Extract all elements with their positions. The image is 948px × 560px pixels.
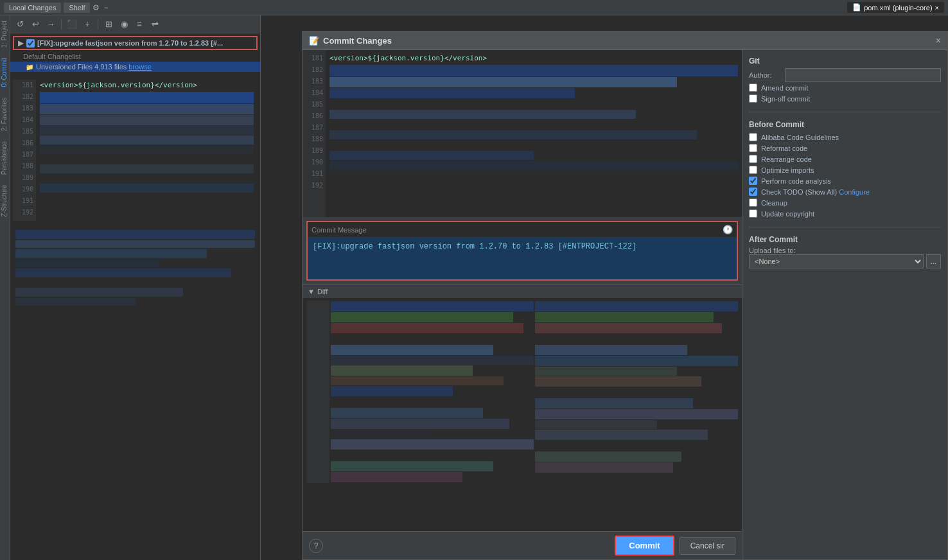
commit-message-title: Commit Message xyxy=(312,226,723,234)
git-section: Git Author: Amend commit Sign-off commit xyxy=(749,57,941,104)
file-icon-small: 📁 xyxy=(26,64,33,71)
left-panel: ↺ ↩ → ⬛ + ⊞ ◉ ≡ ⇌ ▶ [FIX]:upgrade fastjs… xyxy=(10,15,261,560)
optimize-checkbox[interactable] xyxy=(749,166,757,174)
amend-checkbox[interactable] xyxy=(749,83,757,92)
sep1 xyxy=(61,19,62,30)
update-copyright-checkbox[interactable] xyxy=(749,209,757,218)
divider-1 xyxy=(749,112,941,112)
author-field: Author: xyxy=(749,68,941,82)
help-btn[interactable]: ? xyxy=(309,539,323,553)
dialog-body: 181182183184 185186187188 189190191192 <… xyxy=(303,50,947,559)
bottom-bar: ? Commit Cancel sir xyxy=(303,531,742,559)
cancel-button[interactable]: Cancel sir xyxy=(680,537,735,555)
favorites-tab[interactable]: 2: Favorites xyxy=(0,92,10,136)
diff-content xyxy=(303,298,742,531)
dialog-icon: 📝 xyxy=(309,36,319,46)
rearrange-checkbox[interactable] xyxy=(749,155,757,163)
update-copyright-label[interactable]: Update copyright xyxy=(761,210,814,218)
check-todo-row: Check TODO (Show All) Configure xyxy=(749,186,941,197)
cleanup-label[interactable]: Cleanup xyxy=(761,199,787,207)
update-copyright-row: Update copyright xyxy=(749,208,941,219)
square-btn[interactable]: ⬛ xyxy=(65,17,79,31)
before-commit-section: Before Commit Alibaba Code Guidelines Re… xyxy=(749,120,941,219)
blurred-preview-2 xyxy=(10,226,260,310)
code-preview: 181182183184 185186187188 189190191192 <… xyxy=(10,80,260,221)
check-todo-checkbox[interactable] xyxy=(749,188,757,196)
diff-header[interactable]: ▼ Diff xyxy=(303,284,742,298)
file-tree: ▶ [FIX]:upgrade fastjson version from 1.… xyxy=(10,33,260,560)
history-icon[interactable]: 🕐 xyxy=(723,225,733,234)
author-input[interactable] xyxy=(785,68,941,82)
after-commit-section: After Commit Upload files to: <None> ... xyxy=(749,235,941,268)
browse-link[interactable]: browse xyxy=(128,63,151,71)
top-bar: Local Changes Shelf ⚙ − 📄 pom.xml (plugi… xyxy=(0,0,948,15)
local-changes-tab[interactable]: Local Changes xyxy=(4,3,61,13)
perform-analysis-checkbox[interactable] xyxy=(749,177,757,185)
reformat-checkbox[interactable] xyxy=(749,144,757,152)
optimize-label[interactable]: Optimize imports xyxy=(761,166,814,174)
main-layout: 1: Project 0: Commit 2: Favorites Persis… xyxy=(0,15,948,560)
diff-section: ▼ Diff xyxy=(303,284,742,531)
cleanup-row: Cleanup xyxy=(749,197,941,208)
z-structure-tab[interactable]: Z-Structure xyxy=(0,180,10,222)
side-vertical-tabs: 1: Project 0: Commit 2: Favorites Persis… xyxy=(0,15,10,560)
amend-label[interactable]: Amend commit xyxy=(761,84,808,92)
signoff-row: Sign-off commit xyxy=(749,93,941,104)
rearrange-row: Rearrange code xyxy=(749,153,941,164)
add-btn[interactable]: + xyxy=(80,17,94,31)
file-tab[interactable]: 📄 pom.xml (plugin-core) × xyxy=(847,2,944,13)
upload-more-btn[interactable]: ... xyxy=(926,254,941,268)
settings-area: ⚙ − xyxy=(92,3,108,12)
perform-analysis-label[interactable]: Perform code analysis xyxy=(761,177,831,185)
rearrange-label[interactable]: Rearrange code xyxy=(761,155,812,163)
unversioned-label: Unversioned Files 4,913 files browse xyxy=(36,63,152,71)
author-label: Author: xyxy=(749,71,781,79)
configure-link[interactable]: Configure xyxy=(839,188,870,196)
signoff-checkbox[interactable] xyxy=(749,94,757,103)
file-tab-label: pom.xml (plugin-core) xyxy=(864,4,932,12)
forward-btn[interactable]: → xyxy=(44,17,58,31)
before-commit-title: Before Commit xyxy=(749,120,941,129)
after-commit-title: After Commit xyxy=(749,235,941,244)
project-tab[interactable]: 1: Project xyxy=(0,15,10,53)
alibaba-checkbox[interactable] xyxy=(749,133,757,141)
reformat-label[interactable]: Reformat code xyxy=(761,144,807,152)
reformat-row: Reformat code xyxy=(749,143,941,153)
list-btn[interactable]: ≡ xyxy=(132,17,146,31)
grid-btn[interactable]: ⊞ xyxy=(101,17,116,31)
changelist-item[interactable]: ▶ [FIX]:upgrade fastjson version from 1.… xyxy=(13,36,258,50)
sep2 xyxy=(98,19,98,30)
commit-dialog: 📝 Commit Changes × 181182183184 18518618… xyxy=(302,31,948,560)
undo-btn[interactable]: ↩ xyxy=(28,17,42,31)
file-tab-close[interactable]: × xyxy=(935,4,939,12)
persistence-tab[interactable]: Persistence xyxy=(0,136,10,180)
alibaba-label[interactable]: Alibaba Code Guidelines xyxy=(761,134,839,141)
signoff-label[interactable]: Sign-off commit xyxy=(761,95,810,103)
eye-btn[interactable]: ◉ xyxy=(117,17,131,31)
amend-row: Amend commit xyxy=(749,82,941,93)
commit-tab[interactable]: 0: Commit xyxy=(0,53,10,92)
dialog-code-view: 181182183184 185186187188 189190191192 <… xyxy=(303,50,742,217)
sort-btn[interactable]: ⇌ xyxy=(148,17,162,31)
divider-2 xyxy=(749,227,941,227)
settings-icon[interactable]: ⚙ xyxy=(92,3,100,12)
refresh-btn[interactable]: ↺ xyxy=(13,17,27,31)
minus-icon[interactable]: − xyxy=(103,3,108,12)
shelf-tab[interactable]: Shelf xyxy=(64,3,90,13)
commit-message-section: Commit Message 🕐 xyxy=(306,221,738,281)
changelist-label: [FIX]:upgrade fastjson version from 1.2.… xyxy=(37,39,252,47)
local-changes-label: Local Changes xyxy=(9,4,56,12)
commit-message-input[interactable] xyxy=(308,237,737,279)
dialog-main: 181182183184 185186187188 189190191192 <… xyxy=(303,50,742,559)
shelf-label: Shelf xyxy=(69,4,85,12)
commit-button[interactable]: Commit xyxy=(615,536,674,556)
cleanup-checkbox[interactable] xyxy=(749,198,757,207)
git-section-title: Git xyxy=(749,57,941,66)
perform-analysis-row: Perform code analysis xyxy=(749,175,941,186)
dialog-header: 📝 Commit Changes × xyxy=(303,31,947,50)
dialog-close-btn[interactable]: × xyxy=(936,35,941,46)
upload-select[interactable]: <None> xyxy=(749,254,924,268)
git-panel: Git Author: Amend commit Sign-off commit xyxy=(742,50,947,559)
changelist-checkbox[interactable] xyxy=(26,39,35,48)
unversioned-item[interactable]: 📁 Unversioned Files 4,913 files browse xyxy=(10,62,260,72)
